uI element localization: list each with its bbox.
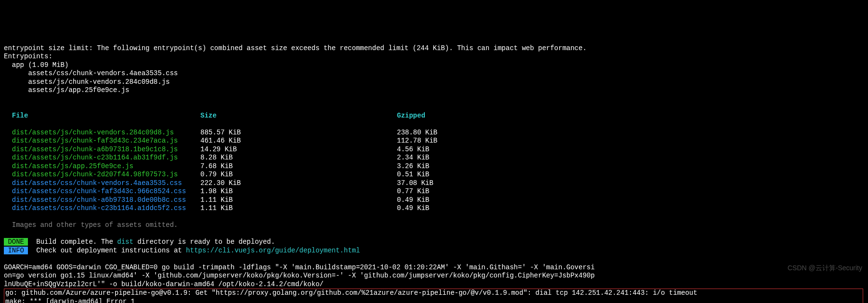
table-header: FileSizeGzipped [4, 112, 864, 120]
deployment-url[interactable]: https://cli.vuejs.org/guide/deployment.h… [186, 247, 360, 254]
file-path: dist/assets/js/chunk-2d207f44.98f07573.j… [4, 171, 178, 178]
file-gzipped: 4.56 KiB [397, 145, 864, 154]
warning-line: assets/js/app.25f0e9ce.js [4, 86, 129, 94]
warning-line: entrypoint size limit: The following ent… [4, 44, 587, 52]
info-line: INFO Check out deployment instructions a… [4, 247, 360, 254]
file-gzipped: 2.34 KiB [397, 154, 864, 162]
file-path: dist/assets/js/chunk-vendors.284c09d8.js [4, 129, 174, 136]
warning-line: app (1.09 MiB) [4, 61, 68, 69]
file-gzipped: 112.78 KiB [397, 137, 864, 145]
file-path: dist/assets/css/chunk-faf3d43c.966c8524.… [4, 187, 186, 195]
file-gzipped: 0.51 KiB [397, 171, 864, 179]
error-line: make: *** [darwin-amd64] Error 1 [5, 298, 135, 303]
file-size: 222.30 KiB [200, 179, 397, 188]
done-badge: DONE [4, 238, 28, 246]
table-row: dist/assets/css/chunk-faf3d43c.966c8524.… [4, 187, 864, 196]
warning-line: assets/css/chunk-vendors.4aea3535.css [4, 69, 178, 77]
table-row: dist/assets/css/chunk-c23b1164.a1ddc5f2.… [4, 204, 864, 213]
table-row: dist/assets/css/chunk-a6b97318.0de00b8c.… [4, 196, 864, 205]
table-row: dist/assets/js/chunk-vendors.284c09d8.js… [4, 129, 864, 137]
warning-line: Entrypoints: [4, 53, 53, 60]
file-gzipped: 0.49 KiB [397, 196, 864, 205]
file-path: dist/assets/css/chunk-c23b1164.a1ddc5f2.… [4, 204, 186, 212]
error-line: go: github.com/Azure/azure-pipeline-go@v… [5, 289, 697, 297]
table-body: dist/assets/js/chunk-vendors.284c09d8.js… [4, 129, 864, 213]
file-gzipped: 238.80 KiB [397, 129, 864, 137]
file-gzipped: 0.49 KiB [397, 204, 864, 213]
file-size: 1.98 KiB [200, 187, 397, 196]
table-row: dist/assets/css/chunk-vendors.4aea3535.c… [4, 179, 864, 188]
file-size: 14.29 KiB [200, 145, 397, 154]
file-size: 1.11 KiB [200, 204, 397, 213]
header-file: File [4, 112, 28, 119]
header-size: Size [200, 112, 397, 120]
assets-omitted-note: Images and other types of assets omitted… [4, 221, 178, 229]
warning-line: assets/js/chunk-vendors.284c09d8.js [4, 78, 170, 86]
file-path: dist/assets/js/chunk-faf3d43c.234e7aca.j… [4, 137, 178, 145]
file-path: dist/assets/css/chunk-a6b97318.0de00b8c.… [4, 196, 186, 204]
table-row: dist/assets/js/chunk-faf3d43c.234e7aca.j… [4, 137, 864, 145]
build-command-line: on=go version go1.15 linux/amd64' -X 'gi… [4, 272, 595, 279]
build-command-line: GOARCH=amd64 GOOS=darwin CGO_ENABLED=0 g… [4, 263, 595, 271]
terminal-output: entrypoint size limit: The following ent… [4, 36, 864, 303]
build-command-line: lnUbuQE+inSQgVz1pzl2crL'" -o build/koko-… [4, 280, 324, 288]
table-row: dist/assets/js/chunk-2d207f44.98f07573.j… [4, 171, 864, 179]
watermark: CSDN @云计算-Security [788, 264, 862, 273]
table-row: dist/assets/js/chunk-c23b1164.ab31f9df.j… [4, 154, 864, 162]
file-gzipped: 37.08 KiB [397, 179, 864, 188]
file-path: dist/assets/js/chunk-a6b97318.1be9c1c8.j… [4, 145, 178, 153]
header-gzipped: Gzipped [397, 112, 864, 120]
file-path: dist/assets/js/chunk-c23b1164.ab31f9df.j… [4, 154, 178, 161]
done-line: DONE Build complete. The dist directory … [4, 238, 275, 246]
file-size: 461.46 KiB [200, 137, 397, 145]
file-size: 0.79 KiB [200, 171, 397, 179]
file-size: 885.57 KiB [200, 129, 397, 137]
file-path: dist/assets/js/app.25f0e9ce.js [4, 162, 133, 170]
file-gzipped: 3.26 KiB [397, 162, 864, 171]
file-path: dist/assets/css/chunk-vendors.4aea3535.c… [4, 179, 182, 187]
file-size: 7.68 KiB [200, 162, 397, 171]
error-box: go: github.com/Azure/azure-pipeline-go@v… [4, 289, 863, 303]
info-badge: INFO [4, 247, 28, 254]
table-row: dist/assets/js/app.25f0e9ce.js7.68 KiB3.… [4, 162, 864, 171]
file-size: 1.11 KiB [200, 196, 397, 205]
file-gzipped: 0.77 KiB [397, 187, 864, 196]
table-row: dist/assets/js/chunk-a6b97318.1be9c1c8.j… [4, 145, 864, 154]
file-size: 8.28 KiB [200, 154, 397, 162]
